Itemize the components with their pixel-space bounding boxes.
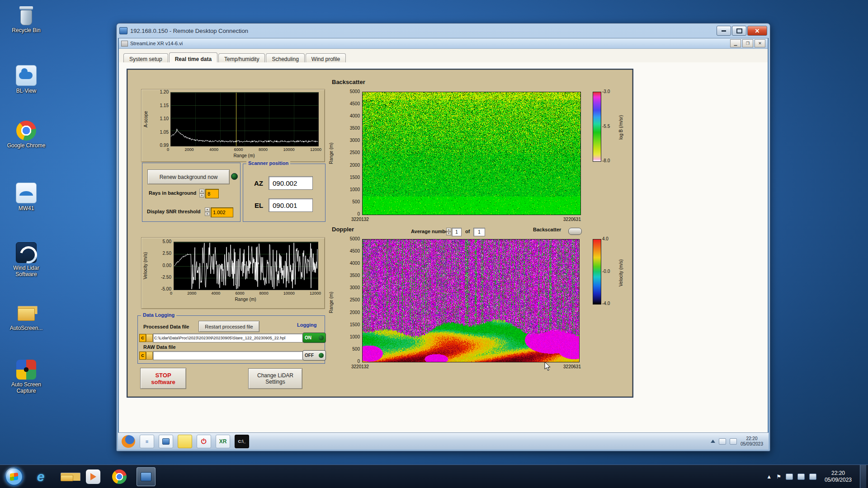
processed-path-field[interactable]: C:\Lidar\Data\Proc\2023\202309\20230905\… bbox=[153, 333, 303, 343]
processed-drive-badge: C bbox=[139, 334, 146, 342]
ascope-plot-group: A-scope 1.201.151.101.050.99 02000400060… bbox=[141, 89, 325, 162]
tick-label: -5.5 bbox=[602, 124, 618, 129]
desktop-icon-google-chrome[interactable]: Google Chrome bbox=[4, 121, 49, 149]
app-titlebar[interactable]: StreamLine XR v14-6.vi ▁ ❐ ✕ bbox=[119, 38, 768, 49]
desktop-icon-recycle-bin[interactable]: Recycle Bin bbox=[4, 5, 49, 33]
scanner-position-group: Scanner position AZ 090.002 EL 090.001 bbox=[243, 164, 326, 222]
media-player-icon[interactable] bbox=[84, 468, 102, 486]
ascope-y-ticks: 1.201.151.101.050.99 bbox=[151, 90, 169, 148]
host-clock[interactable]: 22:20 05/09/2023 bbox=[821, 470, 855, 483]
average-number-field[interactable]: 1 bbox=[452, 228, 462, 236]
remote-desktop-icon[interactable] bbox=[159, 435, 173, 448]
firefox-icon[interactable] bbox=[122, 435, 135, 448]
minimize-button[interactable] bbox=[717, 26, 731, 36]
rdp-taskbar-item[interactable] bbox=[137, 467, 156, 486]
on-label: ON bbox=[305, 335, 311, 340]
rays-spinner[interactable]: ▲▼ bbox=[199, 189, 204, 197]
app-minimize-button[interactable]: ▁ bbox=[730, 39, 741, 47]
tray-display-icon[interactable] bbox=[786, 474, 793, 480]
snr-value-field[interactable]: 1.002 bbox=[211, 207, 233, 217]
processed-browse-folder-icon[interactable] bbox=[146, 334, 153, 342]
remote-clock[interactable]: 22:20 05/09/2023 bbox=[741, 436, 765, 447]
notepad-icon[interactable]: ≡ bbox=[140, 435, 154, 448]
raw-path-field[interactable] bbox=[153, 351, 303, 360]
app-close-button[interactable]: ✕ bbox=[755, 39, 765, 47]
maximize-button[interactable] bbox=[732, 26, 746, 36]
change-lidar-settings-button[interactable]: Change LiDAR Settings bbox=[248, 368, 302, 389]
chrome-icon bbox=[16, 121, 36, 141]
close-button[interactable]: ✕ bbox=[747, 26, 767, 36]
desktop-icon-wind-lidar[interactable]: Wind Lidar Software bbox=[4, 242, 49, 277]
doppler-colorbar bbox=[593, 239, 601, 305]
tick-label: -3.0 bbox=[602, 89, 618, 94]
sticky-notes-icon[interactable] bbox=[178, 435, 192, 448]
windows-explorer-icon[interactable] bbox=[58, 468, 76, 486]
desktop-icon-label: Recycle Bin bbox=[12, 27, 40, 33]
tick-label: 1500 bbox=[350, 175, 360, 180]
tick-label: 4500 bbox=[350, 249, 360, 253]
remote-tray: 22:20 05/09/2023 bbox=[711, 436, 765, 447]
desktop-icon-autoscreen[interactable]: AutoScreen... bbox=[4, 303, 49, 331]
backscatter-y-axis-label: Range (m) bbox=[329, 115, 334, 192]
cmd-icon[interactable]: C:\_ bbox=[235, 435, 249, 448]
renew-background-button[interactable]: Renew background now bbox=[147, 169, 230, 184]
folder-icon bbox=[16, 303, 36, 323]
tick-label: 6000 bbox=[235, 291, 244, 296]
tick-label: 3500 bbox=[350, 273, 360, 278]
backscatter-section-title: Backscatter bbox=[332, 79, 365, 85]
tick-label: -0.0 bbox=[602, 269, 618, 274]
desktop-icon-mw41[interactable]: MW41 bbox=[4, 183, 49, 211]
tick-label: 8000 bbox=[259, 147, 268, 152]
average-total-field[interactable]: 1 bbox=[473, 228, 485, 236]
power-button-icon[interactable]: ⏻ bbox=[197, 435, 211, 448]
tray-flag-icon[interactable]: ⚑ bbox=[776, 474, 781, 480]
network-icon[interactable] bbox=[730, 438, 737, 445]
az-value-field[interactable]: 090.002 bbox=[269, 176, 313, 190]
change-line2: Settings bbox=[265, 379, 285, 385]
backscatter-x-start: 3220132 bbox=[351, 217, 369, 222]
backscatter-display-toggle[interactable] bbox=[568, 228, 582, 235]
rdp-titlebar[interactable]: 192.168.0.150 - Remote Desktop Connectio… bbox=[117, 23, 770, 38]
tick-label: 0 bbox=[357, 212, 360, 216]
tray-volume-icon[interactable] bbox=[809, 474, 816, 480]
tick-label: 1.05 bbox=[160, 130, 169, 135]
doppler-section-title: Doppler bbox=[332, 226, 354, 233]
excel-xr-icon[interactable]: XR bbox=[216, 435, 230, 448]
start-button[interactable] bbox=[5, 467, 24, 486]
tick-label: 4000 bbox=[209, 147, 218, 152]
el-value-field[interactable]: 090.001 bbox=[269, 198, 313, 212]
raw-data-file-label: RAW Data file bbox=[143, 344, 176, 350]
stop-software-button[interactable]: STOP software bbox=[140, 368, 186, 389]
tick-label: 2.50 bbox=[163, 251, 171, 256]
tray-expand-arrow[interactable]: ▲ bbox=[766, 474, 772, 480]
stop-line1: STOP bbox=[155, 372, 171, 379]
hidden-icons-arrow[interactable] bbox=[711, 440, 715, 443]
backscatter-x-end: 3220631 bbox=[555, 217, 581, 222]
chrome-taskbar-icon[interactable] bbox=[110, 468, 128, 486]
processed-logging-toggle[interactable]: ON bbox=[302, 333, 326, 343]
host-tray: ▲ ⚑ 22:20 05/09/2023 bbox=[766, 465, 868, 488]
tick-label: 2000 bbox=[350, 310, 360, 315]
raw-logging-toggle[interactable]: OFF bbox=[302, 350, 326, 361]
desktop-icon-bl-view[interactable]: BL-View bbox=[4, 65, 49, 94]
tick-label: 1.10 bbox=[160, 117, 169, 121]
desktop-icon-auto-screen-capture[interactable]: Auto Screen Capture bbox=[4, 360, 49, 394]
velocity-x-axis-label: Range (m) bbox=[174, 297, 317, 302]
restart-processed-file-button[interactable]: Restart processed file bbox=[198, 321, 259, 332]
backscatter-colorbar-ticks: -3.0-5.5-8.0 bbox=[602, 89, 618, 163]
tray-network-icon[interactable] bbox=[797, 474, 805, 480]
windows-flag-icon bbox=[10, 473, 18, 481]
tick-label: 0.00 bbox=[163, 263, 171, 268]
volume-icon[interactable] bbox=[719, 438, 726, 445]
velocity-x-ticks: 020004000600080001000012000 bbox=[170, 291, 321, 296]
raw-browse-folder-icon[interactable] bbox=[146, 352, 153, 360]
rdp-window: 192.168.0.150 - Remote Desktop Connectio… bbox=[116, 23, 770, 451]
show-desktop-button[interactable] bbox=[860, 465, 866, 488]
internet-explorer-icon[interactable]: e bbox=[32, 468, 50, 486]
folder-icon bbox=[59, 470, 75, 483]
average-spinner[interactable]: ▲▼ bbox=[446, 228, 451, 235]
mouse-cursor bbox=[544, 361, 551, 371]
snr-spinner[interactable]: ▲▼ bbox=[205, 207, 210, 216]
rays-value-field[interactable]: 8 bbox=[205, 189, 219, 198]
app-maximize-button[interactable]: ❐ bbox=[742, 39, 753, 47]
